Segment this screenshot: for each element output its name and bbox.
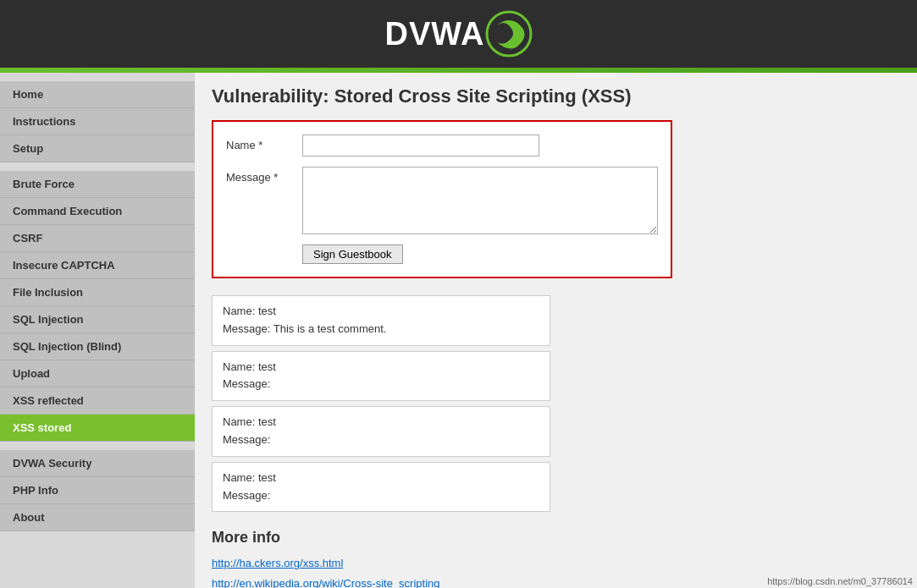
- comment-3: Name: test Message:: [212, 406, 550, 457]
- logo-emblem-icon: [485, 10, 533, 58]
- comment-2-name: Name: test: [223, 359, 539, 376]
- logo-text: DVWA: [385, 16, 485, 52]
- sidebar-gap-1: [0, 162, 195, 171]
- sidebar-item-csrf[interactable]: CSRF: [0, 225, 195, 252]
- header: DVWA: [0, 0, 917, 68]
- comment-1-name: Name: test: [223, 303, 539, 321]
- sidebar-item-setup[interactable]: Setup: [0, 135, 195, 162]
- comment-4-message: Message:: [223, 487, 539, 505]
- main-content: Vulnerability: Stored Cross Site Scripti…: [195, 73, 917, 588]
- sidebar-item-command-execution[interactable]: Command Execution: [0, 198, 195, 225]
- sidebar-item-dvwa-security[interactable]: DVWA Security: [0, 450, 195, 477]
- message-label: Message *: [226, 167, 302, 184]
- sidebar-item-home[interactable]: Home: [0, 81, 195, 108]
- sidebar-item-instructions[interactable]: Instructions: [0, 108, 195, 135]
- more-info-title: More info: [212, 529, 900, 547]
- comment-1-message: Message: This is a test comment.: [223, 321, 539, 338]
- status-bar: https://blog.csdn.net/m0_37786014: [763, 574, 917, 588]
- comment-1: Name: test Message: This is a test comme…: [212, 295, 550, 346]
- comments-section: Name: test Message: This is a test comme…: [212, 295, 900, 512]
- sidebar-item-php-info[interactable]: PHP Info: [0, 477, 195, 504]
- comment-3-name: Name: test: [223, 414, 539, 431]
- sign-guestbook-button[interactable]: Sign Guestbook: [302, 245, 403, 264]
- sidebar-item-insecure-captcha[interactable]: Insecure CAPTCHA: [0, 252, 195, 279]
- sidebar-item-sql-injection-blind[interactable]: SQL Injection (Blind): [0, 333, 195, 360]
- comment-4-name: Name: test: [223, 470, 539, 487]
- logo: DVWA: [385, 10, 533, 58]
- message-row: Message *: [226, 167, 658, 234]
- name-row: Name *: [226, 135, 658, 157]
- status-url: https://blog.csdn.net/m0_37786014: [767, 576, 913, 586]
- layout: Home Instructions Setup Brute Force Comm…: [0, 73, 917, 588]
- sidebar-item-xss-stored[interactable]: XSS stored: [0, 415, 195, 442]
- name-label: Name *: [226, 135, 302, 151]
- name-input[interactable]: [302, 135, 539, 157]
- submit-row: Sign Guestbook: [302, 245, 658, 264]
- page-title: Vulnerability: Stored Cross Site Scripti…: [212, 85, 900, 107]
- sidebar-gap-2: [0, 442, 195, 450]
- sidebar-item-xss-reflected[interactable]: XSS reflected: [0, 387, 195, 415]
- sidebar-item-about[interactable]: About: [0, 504, 195, 531]
- sidebar-item-sql-injection[interactable]: SQL Injection: [0, 306, 195, 333]
- comment-3-message: Message:: [223, 431, 539, 449]
- sidebar-item-upload[interactable]: Upload: [0, 360, 195, 387]
- comment-2-message: Message:: [223, 376, 539, 393]
- message-input[interactable]: [302, 167, 658, 234]
- guestbook-form: Name * Message * Sign Guestbook: [212, 120, 672, 278]
- sidebar: Home Instructions Setup Brute Force Comm…: [0, 73, 195, 588]
- info-link-1[interactable]: http://ha.ckers.org/xss.html: [212, 553, 900, 573]
- comment-4: Name: test Message:: [212, 462, 550, 513]
- sidebar-top-group: Home Instructions Setup: [0, 81, 195, 162]
- sidebar-item-file-inclusion[interactable]: File Inclusion: [0, 279, 195, 306]
- comment-2: Name: test Message:: [212, 351, 550, 402]
- sidebar-item-brute-force[interactable]: Brute Force: [0, 171, 195, 198]
